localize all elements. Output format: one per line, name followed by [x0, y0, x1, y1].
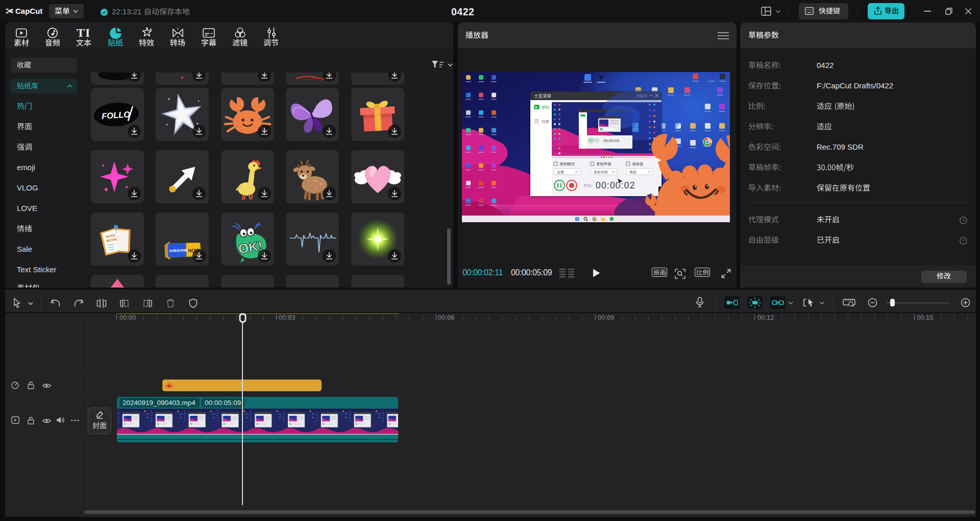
svg-text:?: ? [962, 218, 965, 223]
svg-text:SUBSCRIBE: SUBSCRIBE [169, 248, 189, 252]
svg-text:?: ? [962, 239, 965, 244]
svg-text:00:00:02: 00:00:02 [596, 180, 635, 191]
svg-text:00:00:00: 00:00:00 [603, 138, 620, 143]
